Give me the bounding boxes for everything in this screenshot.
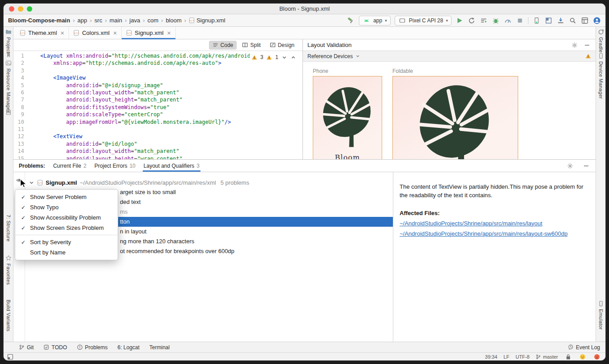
project-structure-icon[interactable] (581, 17, 589, 25)
line-number: 4 (13, 74, 30, 81)
breadcrumb-item[interactable]: com (147, 17, 158, 24)
window-layout-icon[interactable] (6, 353, 14, 361)
tool-strip-button-device-manager[interactable]: Device Manager (596, 53, 605, 99)
tool-window-button-git[interactable]: Git (19, 344, 34, 351)
chevron-down-icon: ▾ (385, 18, 387, 23)
line-separator[interactable]: LF (503, 354, 509, 360)
breadcrumb-item[interactable]: java (129, 17, 140, 24)
breadcrumb-item[interactable]: main (110, 17, 122, 24)
menu-item-show-typo[interactable]: ✓Show Typo (15, 202, 118, 212)
debug-icon[interactable] (492, 17, 500, 25)
hide-panel-icon[interactable] (582, 162, 590, 170)
menu-item-label: Show Typo (30, 204, 59, 211)
profile-icon[interactable] (504, 17, 512, 25)
mode-button-split[interactable]: Split (238, 41, 264, 50)
problems-tab-project-errors[interactable]: Project Errors10 (94, 160, 136, 172)
device-dropdown[interactable]: Pixel C API 28 ▾ (395, 16, 451, 25)
line-number: 15 (13, 155, 30, 159)
tool-strip-button-gradle[interactable]: Gradle (596, 29, 605, 53)
caret-position[interactable]: 39:34 (485, 354, 498, 360)
tool-window-button-6-logcat[interactable]: 6: Logcat (117, 344, 139, 351)
menu-item-show-screen-sizes-problem[interactable]: ✓Show Screen Sizes Problem (15, 223, 118, 233)
tool-strip-button-build-variants[interactable]: Build Variants (4, 300, 13, 331)
code-text (30, 126, 40, 133)
minimize-window-button[interactable] (18, 6, 23, 12)
file-encoding[interactable]: UTF-8 (515, 354, 529, 360)
problems-tab-layout-and-qualifiers[interactable]: Layout and Qualifiers3 (144, 160, 200, 172)
problems-file-header[interactable]: </> Signup.xml ~/AndroidStudioProjects/S… (25, 178, 393, 187)
inspection-sad-icon[interactable] (593, 353, 601, 361)
run-config-dropdown[interactable]: app ▾ (359, 16, 391, 25)
gear-icon[interactable] (566, 162, 574, 170)
close-icon[interactable]: × (113, 30, 117, 37)
device-preview-phone[interactable]: Bloom (313, 76, 382, 159)
menu-item-sort-by-name[interactable]: Sort by Name (15, 247, 118, 258)
tool-strip-button-7-structure[interactable]: 7: Structure (4, 215, 13, 241)
device-preview-foldable[interactable] (392, 76, 518, 159)
breadcrumb-item[interactable]: app (77, 17, 87, 24)
avatar[interactable] (593, 17, 601, 25)
tool-window-label: TODO (51, 344, 67, 351)
chevron-down-icon (281, 55, 287, 60)
menu-item-show-server-problem[interactable]: ✓Show Server Problem (15, 192, 118, 202)
tool-strip-button-resource-manager[interactable]: Resource Manager (4, 60, 13, 112)
layout-inspector-icon[interactable] (545, 17, 553, 25)
editor-tab[interactable]: </>Signup.xml× (122, 27, 176, 39)
reference-devices-selector[interactable]: Reference Devices (303, 51, 596, 62)
tool-strip-button-favorites[interactable]: Favorites (4, 255, 13, 285)
apply-code-changes-button[interactable] (480, 17, 488, 25)
code-area[interactable]: 1<Layout xmlns:android="http://schemas.a… (13, 51, 302, 159)
breadcrumb-item[interactable]: bloom (166, 17, 181, 24)
breadcrumb-item[interactable]: src (94, 17, 102, 24)
close-icon[interactable]: × (167, 30, 170, 37)
gear-icon[interactable] (571, 41, 579, 49)
tool-strip-label: Favorites (6, 263, 11, 285)
affected-file-link[interactable]: ~/AndroidStudioProjects/Shrine/app/src/m… (400, 220, 542, 227)
breadcrumb-item[interactable]: Bloom-Compose-main (8, 17, 70, 24)
code-text: <TextView (30, 133, 82, 140)
zoom-window-button[interactable] (27, 6, 32, 12)
tool-window-button-todo[interactable]: TODO (43, 344, 67, 351)
code-line: 11 (13, 126, 302, 133)
code-editor[interactable]: CodeSplitDesign 1<Layout xmlns:android="… (13, 39, 302, 159)
stop-icon[interactable] (516, 17, 524, 25)
run-button[interactable] (456, 17, 464, 25)
monstera-leaf-image (413, 80, 498, 159)
tool-strip-button-layers[interactable] (4, 109, 13, 115)
editor-tab[interactable]: </>Colors.xml× (69, 27, 122, 39)
search-icon[interactable] (569, 17, 577, 25)
breadcrumb-item[interactable]: </>Signup.xml (189, 17, 225, 24)
problems-tab-current-file[interactable]: Current File2 (53, 160, 86, 172)
menu-item-show-accessibility-problem[interactable]: ✓Show Accessibility Problem (15, 212, 118, 223)
line-number: 2 (13, 59, 30, 67)
tool-window-button-terminal[interactable]: Terminal (149, 344, 170, 351)
device-previews: PhoneBloomFoldable (303, 62, 596, 159)
hide-panel-icon[interactable] (583, 41, 591, 49)
close-icon[interactable]: × (60, 30, 64, 37)
menu-item-sort-by-severity[interactable]: ✓Sort by Severity (15, 237, 118, 247)
event-log-button[interactable]: Event Log (568, 344, 600, 351)
breadcrumb-separator: › (184, 17, 186, 24)
close-window-button[interactable] (9, 6, 14, 12)
xml-file-icon: </> (73, 30, 79, 36)
inspection-widget[interactable]: 3 1 (250, 53, 298, 61)
mode-button-code[interactable]: Code (209, 41, 237, 50)
device-file-explorer-icon[interactable] (557, 17, 565, 25)
apply-changes-button[interactable] (468, 17, 476, 25)
lock-icon[interactable] (564, 353, 572, 361)
tool-window-button-problems[interactable]: Problems (77, 344, 108, 351)
tool-strip-button-bookmark[interactable] (4, 52, 13, 58)
warning-icon (585, 53, 591, 59)
svg-text:</>: </> (38, 181, 43, 184)
highlight-level-smiley-icon[interactable] (579, 353, 587, 361)
git-branch-widget[interactable]: master (536, 354, 558, 360)
editor-tab[interactable]: </>Theme.xml× (15, 27, 69, 39)
tool-strip-button-emulator[interactable]: Emulator (596, 301, 605, 330)
mode-button-design[interactable]: Design (266, 41, 298, 50)
tool-strip-button-project[interactable]: Project (4, 29, 13, 53)
device-manager-icon[interactable] (532, 17, 541, 25)
problems-tab-bar: Problems: Current File2Project Errors10L… (13, 160, 596, 172)
build-icon[interactable] (347, 17, 355, 25)
affected-file-link[interactable]: ~/AndroidStudioProjects/Shrine/app/src/m… (400, 230, 567, 237)
problems-list[interactable]: </> Signup.xml ~/AndroidStudioProjects/S… (13, 172, 393, 342)
